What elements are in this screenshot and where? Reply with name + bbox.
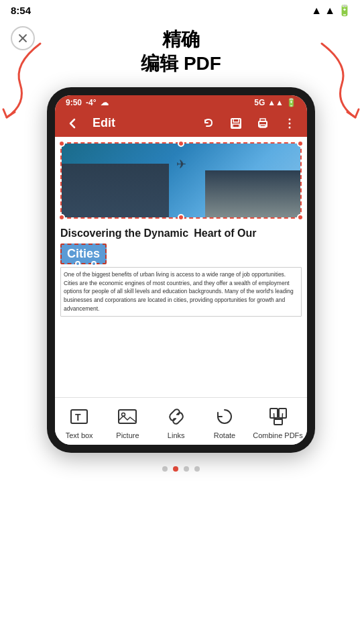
pdf-text-area: Discovering the Dynamic Heart of Our Cit…	[55, 224, 307, 319]
picture-label: Picture	[116, 431, 139, 439]
tool-combine[interactable]: Combine PDFs	[253, 405, 303, 439]
svg-rect-1	[233, 119, 239, 122]
tool-rotate[interactable]: Rotate	[204, 405, 245, 439]
svg-line-16	[274, 413, 274, 419]
svg-point-7	[289, 126, 291, 128]
pdf-body-text: One of the biggest benefits of urban liv…	[60, 267, 302, 317]
signal-icon: ▲	[324, 5, 335, 17]
cities-highlight[interactable]: Cities	[60, 244, 107, 264]
heading-part1: Discovering the Dynamic	[60, 227, 188, 241]
tool-picture[interactable]: Picture	[107, 405, 147, 439]
handle-top-right[interactable]	[297, 140, 304, 147]
battery-icon: 🔋	[338, 4, 351, 17]
image-section[interactable]: ✈	[60, 142, 302, 219]
phone-screen: 9:50 -4° ☁ 5G ▲▲ 🔋 Edit	[55, 95, 307, 445]
close-button[interactable]	[11, 26, 35, 50]
svg-text:T: T	[75, 412, 81, 423]
phone-network: 5G	[254, 98, 265, 107]
system-status-bar: 8:54 ▲ ▲ 🔋	[0, 0, 362, 21]
svg-point-6	[289, 122, 291, 124]
rotate-icon	[213, 405, 237, 429]
svg-rect-2	[233, 124, 239, 127]
bottom-toolbar: T Text box Picture Links Rotat	[55, 397, 307, 445]
svg-rect-10	[119, 410, 136, 423]
airplane-icon: ✈	[176, 157, 186, 172]
main-title: 精确 编辑 PDF	[141, 28, 221, 76]
phone-toolbar: Edit	[55, 110, 307, 137]
pdf-content: ✈ Discovering the Dynamic Heart of Our C…	[55, 142, 307, 397]
cities-handle-left[interactable]	[75, 261, 80, 266]
handle-top-left[interactable]	[58, 140, 65, 147]
handle-bottom-left[interactable]	[58, 214, 65, 221]
cities-handle-right[interactable]	[91, 261, 97, 266]
phone-signal-icon: ▲▲	[267, 98, 284, 107]
save-button[interactable]	[227, 114, 245, 133]
tool-links[interactable]: Links	[156, 405, 196, 439]
dot-1[interactable]	[162, 466, 168, 472]
handle-top-mid[interactable]	[178, 140, 184, 147]
print-button[interactable]	[253, 114, 272, 133]
dot-3[interactable]	[184, 466, 189, 472]
phone-battery-icon: 🔋	[286, 98, 296, 107]
undo-button[interactable]	[200, 114, 219, 133]
header-area: 精确 编辑 PDF	[0, 21, 362, 87]
system-time: 8:54	[11, 5, 31, 16]
svg-line-17	[282, 413, 283, 419]
phone-mockup: 9:50 -4° ☁ 5G ▲▲ 🔋 Edit	[47, 87, 315, 453]
phone-status-bar: 9:50 -4° ☁ 5G ▲▲ 🔋	[55, 95, 307, 110]
tool-text-box[interactable]: T Text box	[59, 405, 99, 439]
pdf-heading: Discovering the Dynamic Heart of Our Cit…	[60, 227, 302, 264]
back-button[interactable]	[63, 114, 82, 133]
handle-bottom-mid[interactable]	[178, 214, 184, 221]
svg-point-5	[289, 118, 291, 120]
phone-weather-icon: ☁	[101, 98, 109, 107]
svg-rect-14	[274, 419, 282, 425]
phone-temp: -4°	[86, 98, 96, 107]
toolbar-title: Edit	[93, 116, 192, 130]
status-icons: ▲ ▲ 🔋	[311, 4, 351, 17]
wifi-icon: ▲	[311, 5, 322, 17]
handle-bottom-right[interactable]	[297, 214, 304, 221]
dot-2[interactable]	[173, 466, 178, 472]
dots-indicator	[0, 453, 362, 485]
text-box-icon: T	[67, 405, 91, 429]
building-left	[62, 164, 169, 217]
dot-4[interactable]	[194, 466, 200, 472]
links-icon	[164, 405, 188, 429]
rotate-label: Rotate	[214, 431, 235, 439]
text-box-label: Text box	[66, 431, 93, 439]
phone-time: 9:50	[66, 98, 82, 107]
building-right	[205, 170, 300, 217]
heading-part2: Heart of Our	[194, 227, 256, 241]
pdf-image: ✈	[62, 144, 300, 217]
links-label: Links	[168, 431, 185, 439]
combine-icon	[266, 405, 290, 429]
picture-icon	[115, 405, 139, 429]
combine-label: Combine PDFs	[253, 431, 303, 439]
more-button[interactable]	[280, 114, 299, 133]
